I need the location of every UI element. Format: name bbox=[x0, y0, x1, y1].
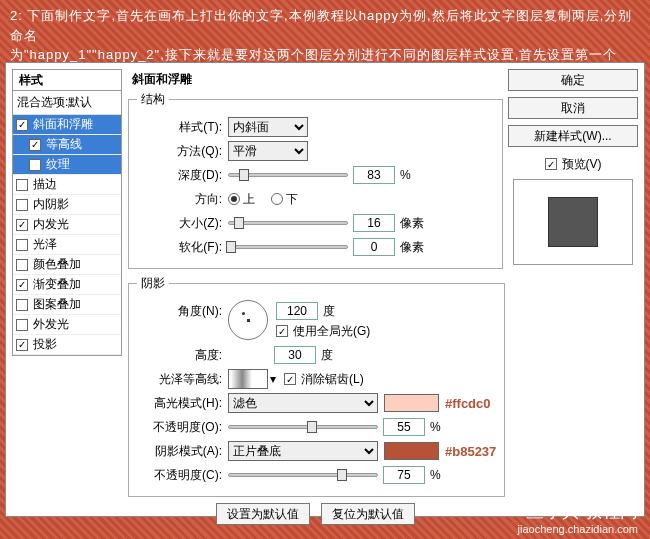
sidebar-item-innerglow[interactable]: ✓内发光 bbox=[13, 215, 121, 235]
checkbox-icon[interactable] bbox=[29, 159, 41, 171]
cancel-button[interactable]: 取消 bbox=[508, 97, 638, 119]
soften-unit: 像素 bbox=[400, 239, 424, 256]
blend-options[interactable]: 混合选项:默认 bbox=[13, 91, 121, 115]
shadow-opacity-input[interactable]: 75 bbox=[383, 466, 425, 484]
ok-button[interactable]: 确定 bbox=[508, 69, 638, 91]
main-panel: 斜面和浮雕 结构 样式(T): 内斜面 方法(Q): 平滑 深度(D): 83 … bbox=[128, 69, 503, 511]
checkbox-icon[interactable]: ✓ bbox=[16, 339, 28, 351]
global-light-label: 使用全局光(G) bbox=[293, 323, 370, 340]
direction-down-label: 下 bbox=[286, 191, 298, 208]
sidebar-item-patternoverlay[interactable]: 图案叠加 bbox=[13, 295, 121, 315]
shadow-opacity-slider[interactable] bbox=[228, 473, 378, 477]
soften-slider[interactable] bbox=[228, 245, 348, 249]
sidebar-item-gradientoverlay[interactable]: ✓渐变叠加 bbox=[13, 275, 121, 295]
direction-up-label: 上 bbox=[243, 191, 255, 208]
watermark-name: 查字典 教程网 bbox=[518, 499, 638, 523]
checkbox-icon[interactable] bbox=[16, 179, 28, 191]
sidebar-item-texture[interactable]: 纹理 bbox=[13, 155, 121, 175]
method-select[interactable]: 平滑 bbox=[228, 141, 308, 161]
gloss-label: 光泽等高线: bbox=[137, 371, 222, 388]
depth-slider[interactable] bbox=[228, 173, 348, 177]
checkbox-icon[interactable]: ✓ bbox=[16, 119, 28, 131]
method-label: 方法(Q): bbox=[137, 143, 222, 160]
shadow-opacity-unit: % bbox=[430, 468, 441, 482]
chevron-down-icon[interactable]: ▾ bbox=[270, 372, 276, 386]
altitude-unit: 度 bbox=[321, 347, 333, 364]
sidebar-item-stroke[interactable]: 描边 bbox=[13, 175, 121, 195]
soften-input[interactable]: 0 bbox=[353, 238, 395, 256]
panel-title: 斜面和浮雕 bbox=[128, 69, 503, 91]
size-input[interactable]: 16 bbox=[353, 214, 395, 232]
sidebar-item-bevel[interactable]: ✓斜面和浮雕 bbox=[13, 115, 121, 135]
angle-dial[interactable] bbox=[228, 300, 268, 340]
angle-unit: 度 bbox=[323, 303, 335, 320]
sidebar-item-contour[interactable]: ✓等高线 bbox=[13, 135, 121, 155]
highlight-opacity-slider[interactable] bbox=[228, 425, 378, 429]
depth-label: 深度(D): bbox=[137, 167, 222, 184]
highlight-opacity-label: 不透明度(O): bbox=[137, 419, 222, 436]
highlight-mode-label: 高光模式(H): bbox=[137, 395, 222, 412]
antialias-checkbox[interactable]: ✓ bbox=[284, 373, 296, 385]
altitude-input[interactable]: 30 bbox=[274, 346, 316, 364]
direction-up-radio[interactable] bbox=[228, 193, 240, 205]
styles-sidebar: 样式 混合选项:默认 ✓斜面和浮雕 ✓等高线 纹理 描边 内阴影 ✓内发光 光泽… bbox=[12, 69, 122, 356]
right-column: 确定 取消 新建样式(W)... ✓预览(V) bbox=[508, 69, 638, 265]
size-unit: 像素 bbox=[400, 215, 424, 232]
antialias-label: 消除锯齿(L) bbox=[301, 371, 364, 388]
angle-label: 角度(N): bbox=[137, 300, 222, 320]
size-label: 大小(Z): bbox=[137, 215, 222, 232]
highlight-color-annotation: #ffcdc0 bbox=[445, 396, 491, 411]
checkbox-icon[interactable] bbox=[16, 239, 28, 251]
preview-label: 预览(V) bbox=[562, 156, 602, 173]
sidebar-item-satin[interactable]: 光泽 bbox=[13, 235, 121, 255]
layer-style-dialog: 样式 混合选项:默认 ✓斜面和浮雕 ✓等高线 纹理 描边 内阴影 ✓内发光 光泽… bbox=[5, 62, 645, 517]
new-style-button[interactable]: 新建样式(W)... bbox=[508, 125, 638, 147]
soften-label: 软化(F): bbox=[137, 239, 222, 256]
sidebar-item-outerglow[interactable]: 外发光 bbox=[13, 315, 121, 335]
shadow-opacity-label: 不透明度(C): bbox=[137, 467, 222, 484]
preview-box bbox=[513, 179, 633, 265]
style-select[interactable]: 内斜面 bbox=[228, 117, 308, 137]
sidebar-item-innershadow[interactable]: 内阴影 bbox=[13, 195, 121, 215]
highlight-mode-select[interactable]: 滤色 bbox=[228, 393, 378, 413]
structure-legend: 结构 bbox=[137, 91, 169, 108]
shading-legend: 阴影 bbox=[137, 275, 169, 292]
shadow-color-annotation: #b85237 bbox=[445, 444, 496, 459]
highlight-opacity-input[interactable]: 55 bbox=[383, 418, 425, 436]
shadow-color-swatch[interactable] bbox=[384, 442, 439, 460]
checkbox-icon[interactable]: ✓ bbox=[16, 219, 28, 231]
checkbox-icon[interactable] bbox=[16, 199, 28, 211]
highlight-color-swatch[interactable] bbox=[384, 394, 439, 412]
sidebar-item-dropshadow[interactable]: ✓投影 bbox=[13, 335, 121, 355]
altitude-label: 高度: bbox=[137, 347, 222, 364]
shadow-mode-select[interactable]: 正片叠底 bbox=[228, 441, 378, 461]
sidebar-title: 样式 bbox=[12, 69, 122, 91]
checkbox-icon[interactable] bbox=[16, 259, 28, 271]
structure-group: 结构 样式(T): 内斜面 方法(Q): 平滑 深度(D): 83 % 方向: … bbox=[128, 91, 503, 269]
gloss-contour-picker[interactable] bbox=[228, 369, 268, 389]
watermark-url: jiaocheng.chazidian.com bbox=[518, 523, 638, 535]
preview-checkbox[interactable]: ✓ bbox=[545, 158, 557, 170]
direction-label: 方向: bbox=[137, 191, 222, 208]
angle-input[interactable]: 120 bbox=[276, 302, 318, 320]
intro-text-2: 为"happy_1""happy_2",接下来就是要对这两个图层分别进行不同的图… bbox=[10, 47, 617, 62]
depth-unit: % bbox=[400, 168, 411, 182]
intro-text-1: 2: 下面制作文字,首先在画布上打出你的文字,本例教程以happy为例,然后将此… bbox=[10, 8, 632, 43]
direction-down-radio[interactable] bbox=[271, 193, 283, 205]
watermark: 查字典 教程网 jiaocheng.chazidian.com bbox=[518, 499, 638, 535]
set-default-button[interactable]: 设置为默认值 bbox=[216, 503, 310, 525]
style-label: 样式(T): bbox=[137, 119, 222, 136]
checkbox-icon[interactable]: ✓ bbox=[16, 279, 28, 291]
global-light-checkbox[interactable]: ✓ bbox=[276, 325, 288, 337]
checkbox-icon[interactable] bbox=[16, 319, 28, 331]
checkbox-icon[interactable] bbox=[16, 299, 28, 311]
size-slider[interactable] bbox=[228, 221, 348, 225]
checkbox-icon[interactable]: ✓ bbox=[29, 139, 41, 151]
highlight-opacity-unit: % bbox=[430, 420, 441, 434]
preview-swatch bbox=[548, 197, 598, 247]
reset-default-button[interactable]: 复位为默认值 bbox=[321, 503, 415, 525]
shading-group: 阴影 角度(N): 120度 ✓使用全局光(G) 高度: 30 度 光泽等高线:… bbox=[128, 275, 505, 497]
sidebar-item-coloroverlay[interactable]: 颜色叠加 bbox=[13, 255, 121, 275]
depth-input[interactable]: 83 bbox=[353, 166, 395, 184]
shadow-mode-label: 阴影模式(A): bbox=[137, 443, 222, 460]
